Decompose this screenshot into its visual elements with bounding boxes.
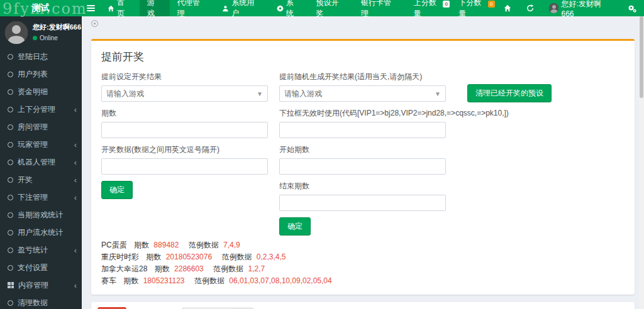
nav-item-agents[interactable]: 代理管理 (170, 0, 215, 16)
preset-game: 赛车 (101, 276, 116, 285)
sidebar-item-clean-data[interactable]: 清理数据 (0, 294, 82, 309)
avatar (5, 21, 28, 44)
delete-selected-button[interactable]: 删除 (97, 307, 126, 309)
sidebar-item-robot-manage[interactable]: 机器人管理‹ (0, 153, 82, 171)
scrollbar-thumb[interactable] (640, 16, 643, 98)
preset-qi-label: 期数 (146, 252, 161, 261)
sidebar-item-label: 资金明细 (18, 87, 77, 97)
greeting-text: 您好:发财啊666 (561, 0, 613, 18)
grid-icon (8, 282, 14, 288)
nav-home-shortcut[interactable] (496, 0, 519, 16)
random-game-select[interactable]: 请输入游戏 ▼ (279, 85, 446, 102)
sidebar-item-login-log[interactable]: 登陆日志 (0, 48, 82, 65)
nav-label: 预设开奖 (316, 0, 346, 19)
down-score-count[interactable]: 下分数量 0 (451, 0, 496, 16)
sidebar-item-label: 用户流水统计 (18, 227, 77, 238)
chevron-left-icon: ‹ (74, 140, 77, 149)
preset-line-pcdandan: PC蛋蛋 期数 889482 范例数据 7,4,9 (101, 239, 625, 251)
clear-preset-button[interactable]: 清理已经开奖的预设 (467, 84, 552, 102)
sidebar-item-label: 支付设置 (18, 263, 77, 273)
sidebar-toggle-icon[interactable] (81, 0, 100, 16)
up-score-count[interactable]: 上分数量 0 (406, 0, 452, 16)
scrollbar[interactable] (639, 16, 644, 309)
issue-input[interactable] (101, 122, 268, 138)
sidebar-item-label: 内容管理 (18, 280, 70, 291)
sidebar-item-user-flow-stats[interactable]: 用户流水统计 (0, 224, 82, 241)
preset-sample-value: 0,2,3,4,5 (257, 252, 286, 261)
preset-line-saiche: 赛车 期数 1805231123 范例数据 06,01,03,07,08,10,… (101, 275, 625, 287)
sidebar-item-content-manage[interactable]: 内容管理‹ (0, 276, 82, 294)
confirm-button-right[interactable]: 确定 (279, 217, 311, 236)
sidebar-item-payment-settings[interactable]: 支付设置 (0, 259, 82, 276)
circle-icon (8, 195, 13, 200)
circle-icon (8, 265, 13, 271)
start-issue-input[interactable] (279, 158, 446, 175)
home-icon (108, 5, 114, 12)
sidebar-item-player-manage[interactable]: 玩家管理‹ (0, 136, 82, 153)
sidebar-item-score-manage[interactable]: 上下分管理‹ (0, 100, 82, 118)
fallback-code-input[interactable] (279, 122, 446, 138)
sidebar-item-label: 上下分管理 (18, 104, 70, 115)
sidebar-item-label: 下注管理 (18, 192, 70, 203)
sidebar-item-user-list[interactable]: 用户列表 (0, 65, 82, 83)
up-score-badge: 0 (443, 1, 450, 8)
circle-icon (8, 300, 13, 306)
issue-label: 期数 (101, 108, 268, 119)
preset-sample-value: 06,01,03,07,08,10,09,02,05,04 (229, 276, 331, 285)
game-select[interactable]: 请输入游戏 ▼ (101, 85, 268, 102)
settings-menu[interactable] (621, 0, 644, 16)
logo[interactable]: 测试 (0, 0, 81, 16)
sidebar-item-draw[interactable]: 开奖‹ (0, 171, 82, 188)
sidebar-item-label: 当期游戏统计 (18, 210, 77, 220)
nav-item-bankcards[interactable]: 银行卡管理 (353, 0, 406, 16)
sidebar-username: 您好:发财啊666 (33, 23, 81, 32)
preset-line-cqssc: 重庆时时彩 期数 20180523076 范例数据 0,2,3,4,5 (101, 251, 625, 263)
nav-label: 系统用户 (231, 0, 262, 19)
top-navbar: 测试 首页 游戏 代理管理 系统用户 系统 预设开奖 银行卡管理 上分数量 (0, 0, 644, 16)
nav-label: 首页 (117, 0, 132, 19)
nav-label: 游戏 (147, 0, 162, 19)
form-right-column: 提前随机生成开奖结果(适用当天,请勿隔天) 请输入游戏 ▼ 下拉框无效时使用(代… (279, 72, 446, 236)
preset-game: 重庆时时彩 (101, 252, 139, 261)
nav-item-system-users[interactable]: 系统用户 (214, 0, 269, 16)
sidebar-item-bet-manage[interactable]: 下注管理‹ (0, 188, 82, 206)
nav-label: 代理管理 (177, 0, 208, 19)
nav-label: 银行卡管理 (361, 0, 399, 19)
sidebar-item-label: 房间管理 (18, 122, 77, 133)
circle-icon (8, 54, 13, 60)
chevron-left-icon: ‹ (74, 158, 77, 167)
chevron-down-icon: ▼ (257, 90, 263, 97)
preset-qi-label: 期数 (123, 276, 138, 285)
circle-icon (8, 72, 13, 77)
chevron-left-icon: ‹ (74, 105, 77, 114)
circle-icon (8, 160, 13, 165)
sidebar-item-profit-stats[interactable]: 盈亏统计‹ (0, 241, 82, 259)
online-dot-icon (33, 36, 37, 40)
end-issue-input[interactable] (279, 195, 446, 211)
preset-examples: PC蛋蛋 期数 889482 范例数据 7,4,9 重庆时时彩 期数 20180… (101, 239, 625, 287)
refresh-icon (526, 4, 534, 12)
gear-icon (277, 5, 284, 12)
sidebar-item-label: 盈亏统计 (18, 245, 70, 256)
nav-item-preset-draw[interactable]: 预设开奖 (308, 0, 353, 16)
sidebar-item-current-game-stats[interactable]: 当期游戏统计 (0, 206, 82, 224)
sidebar-item-room-manage[interactable]: 房间管理 (0, 118, 82, 136)
navbar-right: 上分数量 0 下分数量 0 您好:发财啊666 (406, 0, 644, 16)
circle-icon (8, 107, 13, 112)
online-status[interactable]: Online (33, 35, 81, 41)
confirm-button-left[interactable]: 确定 (101, 181, 133, 199)
draw-data-input[interactable] (101, 158, 268, 175)
chevron-left-icon: ‹ (74, 246, 77, 255)
breadcrumb-circle-icon[interactable] (91, 20, 98, 27)
nav-item-games[interactable]: 游戏 (140, 0, 170, 16)
user-menu[interactable]: 您好:发财啊666 (541, 0, 621, 16)
refresh-button[interactable] (519, 0, 541, 16)
preset-qi-value: 1805231123 (143, 276, 185, 285)
preset-qi-value: 889482 (153, 241, 179, 249)
circle-icon (8, 247, 13, 253)
nav-item-system[interactable]: 系统 (269, 0, 309, 16)
sidebar-item-funds-detail[interactable]: 资金明细 (0, 83, 82, 100)
down-score-badge: 0 (488, 1, 495, 8)
user-icon (222, 5, 229, 12)
nav-item-home[interactable]: 首页 (100, 0, 140, 16)
